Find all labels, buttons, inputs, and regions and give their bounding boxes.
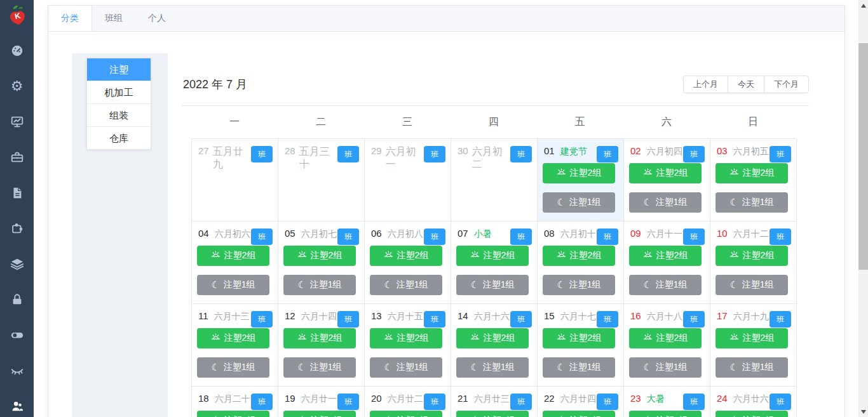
shift-badge[interactable]: 班 — [424, 394, 445, 410]
calendar-day-cell[interactable]: 16六月十八班注塑2组☾注塑1组 — [624, 304, 710, 387]
shift-badge[interactable]: 班 — [597, 228, 618, 245]
sidebar-item-closed-eye[interactable] — [0, 353, 34, 388]
shift-badge[interactable]: 班 — [337, 146, 359, 162]
calendar-day-cell[interactable]: 24六月廿六班注塑2组☾注塑1组 — [710, 387, 797, 417]
day-shift-button[interactable]: 注塑2组 — [715, 163, 788, 183]
shift-badge[interactable]: 班 — [424, 228, 445, 245]
sidebar-item-lock[interactable] — [0, 282, 34, 317]
night-shift-button[interactable]: ☾注塑1组 — [629, 275, 702, 295]
night-shift-button[interactable]: ☾注塑1组 — [715, 275, 788, 295]
night-shift-button[interactable]: ☾注塑1组 — [715, 357, 788, 378]
day-shift-button[interactable]: 注塑2组 — [629, 411, 702, 417]
category-menu-item[interactable]: 注塑 — [87, 58, 151, 81]
shift-badge[interactable]: 班 — [770, 311, 791, 328]
calendar-day-cell[interactable]: 22六月廿四班注塑2组☾注塑1组 — [538, 387, 624, 417]
night-shift-button[interactable]: ☾注塑1组 — [197, 357, 269, 378]
night-shift-button[interactable]: ☾注塑1组 — [456, 275, 529, 295]
sidebar-item-dashboard[interactable] — [0, 33, 34, 69]
night-shift-button[interactable]: ☾注塑1组 — [370, 275, 442, 295]
night-shift-button[interactable]: ☾注塑1组 — [197, 275, 269, 295]
sidebar-item-toggle[interactable] — [0, 317, 34, 353]
calendar-day-cell[interactable]: 09六月十一班注塑2组☾注塑1组 — [624, 222, 710, 304]
day-shift-button[interactable]: 注塑2组 — [715, 328, 788, 348]
shift-badge[interactable]: 班 — [683, 311, 705, 328]
sidebar-item-document[interactable] — [0, 175, 34, 211]
shift-badge[interactable]: 班 — [597, 311, 618, 328]
day-shift-button[interactable]: 注塑2组 — [370, 246, 442, 266]
night-shift-button[interactable]: ☾注塑1组 — [629, 357, 702, 378]
day-shift-button[interactable]: 注塑2组 — [629, 163, 702, 183]
category-menu-item[interactable]: 组装 — [87, 103, 151, 126]
shift-badge[interactable]: 班 — [424, 146, 445, 162]
day-shift-button[interactable]: 注塑2组 — [283, 411, 356, 417]
shift-badge[interactable]: 班 — [510, 311, 532, 328]
app-logo[interactable]: K — [0, 0, 34, 33]
scroll-up-button[interactable] — [858, 0, 868, 11]
day-shift-button[interactable]: 注塑2组 — [456, 246, 529, 266]
day-shift-button[interactable]: 注塑2组 — [456, 411, 529, 417]
day-shift-button[interactable]: 注塑2组 — [197, 411, 269, 417]
calendar-day-cell[interactable]: 23大暑班注塑2组☾注塑1组 — [624, 387, 710, 417]
calendar-day-cell[interactable]: 30六月初二班 — [451, 139, 538, 222]
calendar-day-cell[interactable]: 19六月廿一班注塑2组☾注塑1组 — [278, 387, 365, 417]
calendar-day-cell[interactable]: 01建党节班注塑2组☾注塑1组 — [538, 139, 624, 222]
pager-button[interactable]: 上个月 — [683, 76, 728, 93]
calendar-day-cell[interactable]: 13六月十五班注塑2组☾注塑1组 — [365, 304, 451, 387]
scroll-down-button[interactable] — [858, 406, 868, 417]
day-shift-button[interactable]: 注塑2组 — [283, 328, 356, 348]
tab-item[interactable]: 班组 — [92, 6, 135, 30]
day-shift-button[interactable]: 注塑2组 — [370, 328, 442, 348]
calendar-day-cell[interactable]: 06六月初八班注塑2组☾注塑1组 — [365, 222, 451, 304]
scrollbar-thumb[interactable] — [858, 43, 868, 270]
day-shift-button[interactable]: 注塑2组 — [715, 411, 788, 417]
calendar-day-cell[interactable]: 15六月十七班注塑2组☾注塑1组 — [538, 304, 624, 387]
day-shift-button[interactable]: 注塑2组 — [456, 328, 529, 348]
shift-badge[interactable]: 班 — [251, 146, 273, 162]
sidebar-item-puzzle[interactable] — [0, 211, 34, 246]
day-shift-button[interactable]: 注塑2组 — [197, 328, 269, 348]
sidebar-item-users[interactable] — [0, 388, 34, 417]
tab-item[interactable]: 分类 — [48, 6, 92, 31]
calendar-day-cell[interactable]: 28五月三十班 — [278, 139, 365, 222]
day-shift-button[interactable]: 注塑2组 — [629, 246, 702, 266]
night-shift-button[interactable]: ☾注塑1组 — [283, 275, 356, 295]
vertical-scrollbar[interactable] — [858, 0, 868, 417]
shift-badge[interactable]: 班 — [251, 311, 273, 328]
calendar-day-cell[interactable]: 27五月廿九班 — [192, 139, 278, 222]
night-shift-button[interactable]: ☾注塑1组 — [283, 357, 356, 378]
shift-badge[interactable]: 班 — [510, 394, 532, 410]
category-menu-item[interactable]: 仓库 — [87, 126, 151, 149]
shift-badge[interactable]: 班 — [251, 394, 273, 410]
shift-badge[interactable]: 班 — [683, 228, 705, 245]
night-shift-button[interactable]: ☾注塑1组 — [543, 275, 615, 295]
calendar-day-cell[interactable]: 04六月初六班注塑2组☾注塑1组 — [192, 222, 278, 304]
day-shift-button[interactable]: 注塑2组 — [543, 411, 615, 417]
shift-badge[interactable]: 班 — [424, 311, 445, 328]
sidebar-item-monitor-chart[interactable] — [0, 104, 34, 140]
calendar-day-cell[interactable]: 20六月廿二班注塑2组☾注塑1组 — [365, 387, 451, 417]
shift-badge[interactable]: 班 — [683, 146, 705, 162]
day-shift-button[interactable]: 注塑2组 — [543, 163, 615, 183]
calendar-day-cell[interactable]: 08六月初十班注塑2组☾注塑1组 — [538, 222, 624, 304]
calendar-day-cell[interactable]: 29六月初一班 — [365, 139, 451, 222]
calendar-day-cell[interactable]: 18六月二十班注塑2组☾注塑1组 — [192, 387, 278, 417]
shift-badge[interactable]: 班 — [251, 228, 273, 245]
calendar-day-cell[interactable]: 03六月初五班注塑2组☾注塑1组 — [710, 139, 797, 222]
calendar-day-cell[interactable]: 02六月初四班注塑2组☾注塑1组 — [624, 139, 710, 222]
shift-badge[interactable]: 班 — [770, 146, 791, 162]
night-shift-button[interactable]: ☾注塑1组 — [370, 357, 442, 378]
day-shift-button[interactable]: 注塑2组 — [543, 246, 615, 266]
day-shift-button[interactable]: 注塑2组 — [283, 246, 356, 266]
calendar-day-cell[interactable]: 14六月十六班注塑2组☾注塑1组 — [451, 304, 538, 387]
shift-badge[interactable]: 班 — [770, 228, 791, 245]
shift-badge[interactable]: 班 — [337, 311, 359, 328]
day-shift-button[interactable]: 注塑2组 — [197, 246, 269, 266]
calendar-day-cell[interactable]: 12六月十四班注塑2组☾注塑1组 — [278, 304, 365, 387]
shift-badge[interactable]: 班 — [597, 394, 618, 410]
calendar-day-cell[interactable]: 17六月十九班注塑2组☾注塑1组 — [710, 304, 797, 387]
calendar-day-cell[interactable]: 21六月廿三班注塑2组☾注塑1组 — [451, 387, 538, 417]
shift-badge[interactable]: 班 — [337, 228, 359, 245]
pager-button[interactable]: 今天 — [728, 76, 764, 93]
sidebar-item-settings-gear[interactable]: ⚙ — [0, 69, 34, 104]
shift-badge[interactable]: 班 — [510, 146, 532, 162]
